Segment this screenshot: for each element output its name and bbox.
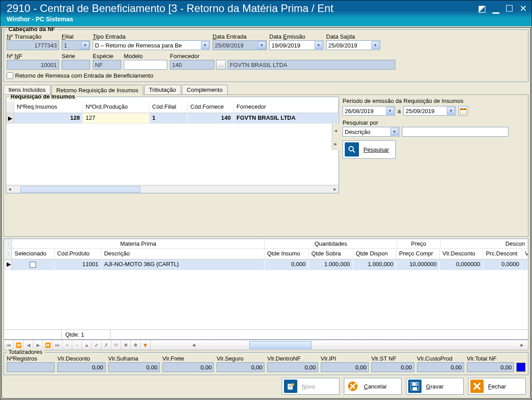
grid-handle[interactable]: ⋮⋮ [4, 249, 12, 259]
chevron-down-icon[interactable]: ▼ [386, 107, 394, 115]
chevron-down-icon[interactable]: ▼ [315, 41, 323, 49]
nav-post[interactable]: ✓ [92, 340, 102, 350]
grid-expander[interactable]: ◄► [332, 124, 339, 150]
requisicao-row[interactable]: ▶ 128 127 1 140 FGVTN BRASIL LTDA [6, 113, 339, 124]
filial-select[interactable]: 1▼ [62, 40, 90, 50]
date-to-input[interactable]: 25/09/2019▼ [403, 106, 456, 116]
pesquisar-por-select[interactable]: Descrição▼ [343, 127, 399, 137]
col-descricao[interactable]: Descrição [102, 249, 264, 259]
nav-edit[interactable]: ▲ [82, 340, 92, 350]
chevron-down-icon[interactable]: ▼ [201, 41, 209, 49]
requisicao-grid: Requisição de Insumos ⋮⋮ NºReq.Insumos N… [6, 97, 339, 193]
tab-complemento[interactable]: Complemento [182, 85, 228, 94]
transacao-label: Nº Transação [7, 33, 59, 40]
novo-button[interactable]: Novo [282, 378, 339, 395]
fornecedor-nome-input[interactable] [228, 60, 395, 70]
modelo-input[interactable] [124, 60, 167, 70]
theme-icon[interactable]: ◩ [478, 3, 486, 14]
transacao-input[interactable] [7, 40, 59, 50]
nav-refresh[interactable]: ⟳ [111, 340, 121, 350]
minimize-icon[interactable]: ▁ [493, 3, 499, 14]
calendar-icon[interactable] [458, 106, 468, 116]
especie-label: Espécie [93, 53, 121, 59]
window-subtitle: Winthor - PC Sistemas [7, 16, 527, 23]
tab-retorno-requisicao[interactable]: Retorno Requisição de Insumos [51, 85, 143, 95]
data-saida-label: Data Saída [326, 33, 380, 40]
nav-goto[interactable]: ✱ [131, 340, 141, 350]
total-suframa [108, 362, 160, 372]
col-req-insumos[interactable]: NºReq.Insumos [14, 102, 83, 113]
filter-panel: Período de emissão da Requisição de Insu… [342, 97, 526, 193]
chevron-down-icon[interactable]: ▼ [371, 41, 379, 49]
col-cod-produto[interactable]: Cód.Produto [55, 249, 102, 259]
periodo-label: Período de emissão da Requisição de Insu… [343, 98, 463, 104]
nav-last[interactable]: ⏭ [53, 340, 63, 350]
tab-strip: Itens Incluídos Retorno Requisição de In… [4, 85, 528, 94]
col-qtde-sobra[interactable]: Qtde Sobra [309, 249, 353, 259]
data-emissao-label: Data Emissão [269, 33, 323, 40]
total-desconto [57, 362, 105, 372]
grid-handle[interactable]: ⋮⋮ [6, 102, 14, 113]
retorno-remessa-checkbox[interactable] [7, 72, 13, 79]
maximize-icon[interactable]: ☐ [505, 3, 513, 14]
nav-delete[interactable]: − [72, 340, 82, 350]
data-emissao-input[interactable]: 19/09/2019▼ [269, 40, 323, 50]
svg-rect-1 [460, 109, 466, 110]
svg-rect-17 [413, 387, 417, 390]
color-indicator[interactable] [516, 363, 525, 372]
nav-add[interactable]: + [63, 340, 72, 350]
search-text-input[interactable] [402, 127, 508, 137]
nav-bookmark[interactable]: ✱ [121, 340, 131, 350]
h-scrollbar[interactable]: ◄ ► [6, 185, 339, 193]
svg-rect-18 [416, 383, 417, 385]
gravar-button[interactable]: Gravar [406, 378, 464, 395]
materia-row[interactable]: ▶ 11001 AJI-NO-MOTO 36G (CARTL) 0,000 1.… [4, 259, 528, 270]
col-qtde-dispon[interactable]: Qtde Dispon [353, 249, 397, 259]
chevron-down-icon[interactable]: ▼ [447, 107, 455, 115]
h-scrollbar-2[interactable]: ◄ ► [150, 341, 528, 349]
data-saida-input[interactable]: 25/09/2019▼ [326, 40, 380, 50]
svg-line-5 [353, 150, 355, 153]
col-fornecedor[interactable]: Fornecedor [234, 102, 339, 113]
tab-itens-incluidos[interactable]: Itens Incluídos [4, 85, 51, 94]
svg-rect-16 [412, 383, 418, 386]
tab-tributacao[interactable]: Tributação [144, 85, 181, 94]
data-entrada-input[interactable]: 25/09/2019▼ [213, 40, 267, 50]
close-icon[interactable]: ✕ [520, 3, 527, 14]
chevron-down-icon[interactable]: ▼ [258, 41, 266, 49]
col-ord-producao[interactable]: NºOrd.Produção [83, 102, 150, 113]
col-selecionado[interactable]: Selecionado [12, 249, 55, 259]
nf-input[interactable] [7, 60, 59, 70]
new-icon [284, 380, 297, 393]
chevron-down-icon[interactable]: ▼ [81, 41, 89, 49]
filter-icon[interactable]: ▼ [141, 340, 150, 350]
col-v[interactable]: V [522, 249, 528, 259]
grid-handle[interactable]: ⋮⋮ [4, 239, 12, 248]
tab-pane: Requisição de Insumos ⋮⋮ NºReq.Insumos N… [4, 94, 528, 237]
especie-input[interactable] [93, 60, 121, 70]
date-from-input[interactable]: 26/08/2019▼ [343, 106, 395, 116]
pesquisar-button[interactable]: Pesquisar [343, 140, 396, 159]
totals-group: Totalizadores NºRegistros Vlr.Desconto V… [4, 352, 528, 375]
total-frete [162, 362, 214, 372]
col-cod-fornec[interactable]: Cód.Fornece [188, 102, 234, 113]
fechar-button[interactable]: Fechar [468, 378, 526, 395]
app-window: 2910 - Central de Beneficiamento [3 - Re… [0, 0, 532, 400]
nav-cancel[interactable]: ✗ [102, 340, 111, 350]
nav-next-page[interactable]: ⏩ [43, 340, 53, 350]
serie-input[interactable] [62, 60, 90, 70]
lookup-button[interactable]: … [216, 60, 226, 70]
chevron-down-icon[interactable]: ▼ [390, 128, 398, 136]
col-preco-compra[interactable]: Preço Compr [396, 249, 440, 259]
cancelar-button[interactable]: Cancelar [344, 378, 402, 395]
qtde-status: Qtde: 1 [62, 330, 110, 339]
col-qtde-insumo[interactable]: Qtde Insumo [264, 249, 309, 259]
nf-header-group: Cabeçalho da NF Nº Transação Filial 1▼ T… [4, 29, 528, 82]
col-vlr-desconto[interactable]: Vlr.Desconto [440, 249, 483, 259]
total-registros [7, 362, 55, 372]
col-prc-desconto[interactable]: Prc.Descont [483, 249, 522, 259]
row-checkbox[interactable] [30, 262, 36, 268]
tipo-entrada-select[interactable]: D – Retorno de Remessa para Be▼ [93, 40, 210, 50]
col-cod-filial[interactable]: Cód.Filial [150, 102, 188, 113]
fornecedor-cod-input[interactable] [170, 60, 214, 70]
